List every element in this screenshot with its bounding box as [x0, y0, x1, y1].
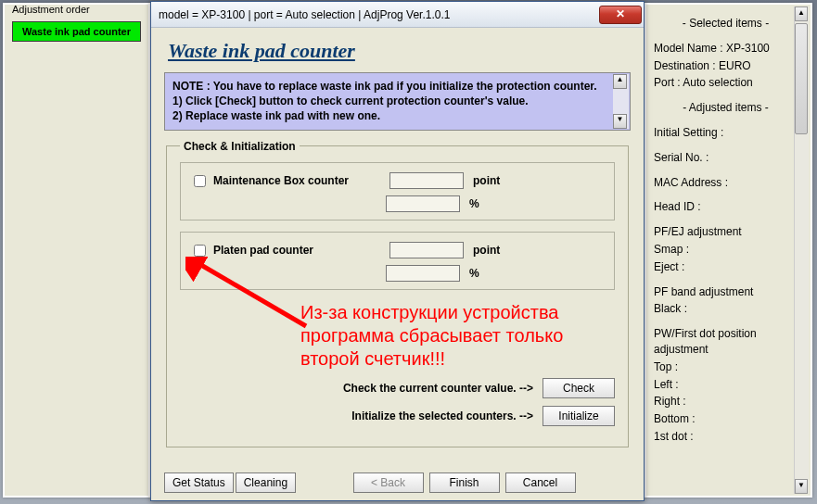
point-unit: point	[473, 174, 500, 187]
percent-unit: %	[469, 197, 479, 210]
model-name: Model Name : XP-3100	[654, 41, 798, 57]
adjustment-order-panel: Adjustment order Waste ink pad counter	[3, 3, 150, 498]
pfband-adjustment: PF band adjustment	[654, 284, 798, 300]
port: Port : Auto selection	[654, 75, 798, 91]
check-text: Check the current counter value. -->	[343, 382, 533, 395]
selected-items-header: - Selected items -	[654, 16, 798, 32]
finish-button[interactable]: Finish	[429, 472, 500, 493]
note-scrollbar[interactable]: ▲ ▼	[613, 74, 629, 129]
right-scrollbar[interactable]: ▲ ▼	[794, 6, 809, 494]
platen-pad-checkbox[interactable]	[194, 245, 206, 257]
window-title: model = XP-3100 | port = Auto selection …	[159, 8, 599, 21]
first-dot: 1st dot :	[654, 429, 798, 445]
maintenance-box-checkbox[interactable]	[194, 175, 206, 187]
right-val: Right :	[654, 394, 798, 410]
platen-pad-point-input[interactable]	[389, 242, 464, 258]
note-scroll-down-icon[interactable]: ▼	[613, 114, 627, 129]
annotation-line2: программа сбрасывает только	[300, 324, 615, 347]
main-dialog: model = XP-3100 | port = Auto selection …	[150, 1, 645, 501]
action-rows: Check the current counter value. --> Che…	[180, 378, 615, 426]
dialog-body: Waste ink pad counter NOTE : You have to…	[151, 28, 644, 453]
head-id: Head ID :	[654, 199, 798, 215]
platen-pad-group: Platen pad counter point %	[180, 232, 615, 290]
initial-setting: Initial Setting :	[654, 125, 798, 141]
platen-pad-percent-input[interactable]	[386, 265, 460, 282]
left-val: Left :	[654, 377, 798, 393]
maintenance-box-group: Maintenance Box counter point %	[180, 162, 615, 220]
page-title: Waste ink pad counter	[168, 39, 627, 63]
note-scroll-up-icon[interactable]: ▲	[613, 74, 627, 89]
check-initialization-group: Check & Initialization Maintenance Box c…	[166, 140, 629, 447]
initialize-text: Initialize the selected counters. -->	[351, 410, 533, 422]
black: Black :	[654, 301, 798, 317]
initialize-button[interactable]: Initialize	[543, 406, 615, 426]
top: Top :	[654, 359, 798, 375]
pfej-adjustment: PF/EJ adjustment	[654, 224, 798, 240]
maintenance-box-point-input[interactable]	[389, 172, 464, 189]
note-box: NOTE : You have to replace waste ink pad…	[164, 72, 631, 131]
bottom: Bottom :	[654, 411, 798, 427]
annotation-line3: второй счетчик!!!	[300, 347, 615, 371]
bottom-buttons: Get Status Cleaning < Back Finish Cancel	[164, 472, 631, 493]
adjustment-order-title: Adjustment order	[10, 4, 92, 15]
waste-ink-pad-button[interactable]: Waste ink pad counter	[12, 21, 141, 42]
scroll-down-icon[interactable]: ▼	[795, 479, 808, 494]
annotation-line1: Из-за конструкции устройства	[300, 301, 615, 324]
adjusted-items-header: - Adjusted items -	[654, 100, 798, 116]
platen-pad-label: Platen pad counter	[213, 244, 389, 257]
maintenance-box-percent-input[interactable]	[386, 195, 460, 212]
eject: Eject :	[654, 259, 798, 275]
mac-address: MAC Address :	[654, 175, 798, 191]
close-button[interactable]: ✕	[599, 6, 642, 24]
check-button[interactable]: Check	[543, 378, 615, 398]
get-status-button[interactable]: Get Status	[164, 472, 234, 493]
scroll-thumb[interactable]	[795, 23, 808, 134]
maintenance-box-label: Maintenance Box counter	[213, 174, 389, 187]
scroll-up-icon[interactable]: ▲	[795, 6, 808, 21]
cleaning-button[interactable]: Cleaning	[236, 472, 296, 493]
adjusted-items-panel: - Selected items - Model Name : XP-3100 …	[645, 3, 812, 498]
percent-unit-2: %	[469, 267, 479, 280]
point-unit-2: point	[473, 244, 500, 257]
note-line1: NOTE : You have to replace waste ink pad…	[172, 79, 609, 94]
smap: Smap :	[654, 242, 798, 258]
note-line3: 2) Replace waste ink pad with new one.	[172, 108, 609, 123]
red-annotation: Из-за конструкции устройства программа с…	[300, 301, 615, 371]
serial-no: Serial No. :	[654, 150, 798, 166]
note-line2: 1) Click [Check] button to check current…	[172, 94, 609, 108]
destination: Destination : EURO	[654, 58, 798, 74]
group-legend: Check & Initialization	[180, 140, 300, 153]
adjusted-items-content: - Selected items - Model Name : XP-3100 …	[654, 16, 798, 445]
back-button[interactable]: < Back	[353, 472, 424, 493]
titlebar[interactable]: model = XP-3100 | port = Auto selection …	[151, 2, 644, 28]
cancel-button[interactable]: Cancel	[505, 472, 576, 493]
pwfirst-adjustment: PW/First dot position adjustment	[654, 326, 798, 358]
